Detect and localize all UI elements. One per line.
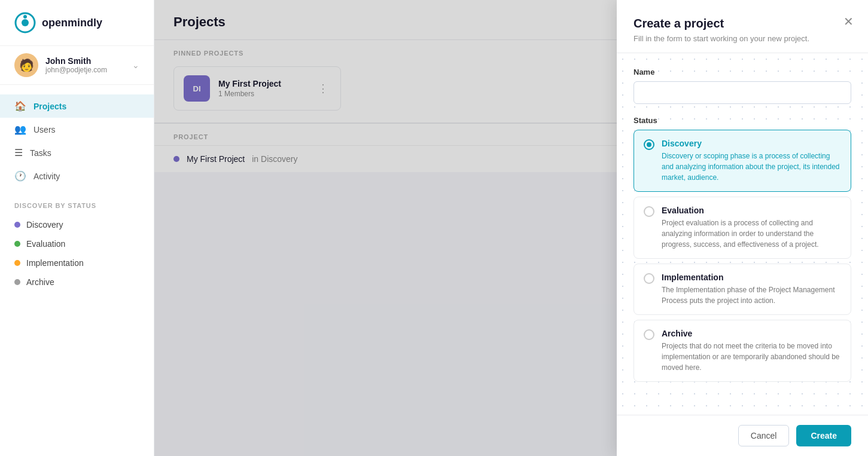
sidebar: openmindly 🧑 John Smith john@podjetje.co… [0, 0, 154, 456]
status-label: Status [634, 116, 851, 125]
implementation-dot [14, 260, 20, 266]
archive-label: Archive [26, 277, 54, 287]
radio-inner [647, 142, 651, 147]
radio-evaluation [644, 206, 654, 217]
status-item-archive[interactable]: Archive [14, 273, 139, 292]
status-option-archive[interactable]: Archive Projects that do not meet the cr… [634, 320, 851, 382]
radio-archive [644, 329, 654, 340]
sidebar-item-tasks[interactable]: ☰ Tasks [0, 141, 154, 164]
svg-point-2 [23, 15, 27, 19]
evaluation-title: Evaluation [662, 206, 841, 215]
nav-label-projects: Projects [33, 102, 66, 111]
logo-icon [14, 12, 36, 33]
status-options: Discovery Discovery or scoping phase is … [634, 130, 851, 382]
status-option-evaluation[interactable]: Evaluation Project evaluation is a proce… [634, 197, 851, 259]
archive-desc: Projects that do not meet the criteria t… [662, 341, 841, 373]
implementation-label: Implementation [26, 258, 84, 268]
sidebar-item-activity[interactable]: 🕐 Activity [0, 164, 154, 188]
evaluation-content: Evaluation Project evaluation is a proce… [662, 206, 841, 250]
sidebar-item-users[interactable]: 👥 Users [0, 118, 154, 141]
name-input[interactable] [634, 81, 851, 104]
radio-discovery [644, 139, 654, 150]
archive-title: Archive [662, 329, 841, 338]
discovery-desc: Discovery or scoping phase is a process … [662, 151, 841, 183]
implementation-title: Implementation [662, 273, 841, 282]
nav-label-activity: Activity [33, 172, 60, 181]
sidebar-item-projects[interactable]: 🏠 Projects [0, 94, 154, 118]
status-option-discovery[interactable]: Discovery Discovery or scoping phase is … [634, 130, 851, 192]
panel-body: Name Status Discovery Discovery or scopi… [617, 53, 868, 415]
status-item-implementation[interactable]: Implementation [14, 253, 139, 273]
archive-content: Archive Projects that do not meet the cr… [662, 329, 841, 373]
clock-icon: 🕐 [14, 170, 26, 182]
user-email: john@podjetje.com [45, 66, 125, 74]
nav-label-users: Users [33, 125, 56, 134]
sidebar-nav: 🏠 Projects 👥 Users ☰ Tasks 🕐 Activity [0, 90, 154, 192]
users-icon: 👥 [14, 124, 26, 135]
name-label: Name [634, 68, 851, 76]
close-button[interactable]: ✕ [843, 14, 854, 29]
implementation-content: Implementation The Implementation phase … [662, 273, 841, 306]
discovery-label: Discovery [26, 220, 63, 229]
chevron-down-icon[interactable]: ⌄ [132, 60, 139, 70]
discovery-title: Discovery [662, 139, 841, 148]
discover-title: DISCOVER BY STATUS [14, 202, 139, 209]
discover-by-status: DISCOVER BY STATUS Discovery Evaluation … [0, 192, 154, 296]
discovery-dot [14, 222, 20, 228]
cancel-button[interactable]: Cancel [738, 425, 790, 446]
create-project-panel: Create a project Fill in the form to sta… [617, 0, 868, 456]
tasks-icon: ☰ [14, 147, 23, 158]
user-info: John Smith john@podjetje.com [45, 56, 125, 74]
evaluation-dot [14, 241, 20, 247]
user-profile[interactable]: 🧑 John Smith john@podjetje.com ⌄ [0, 45, 154, 85]
panel-footer: Cancel Create [617, 415, 868, 456]
status-item-discovery[interactable]: Discovery [14, 215, 139, 234]
home-icon: 🏠 [14, 100, 26, 112]
nav-label-tasks: Tasks [30, 148, 51, 158]
radio-implementation [644, 273, 654, 284]
user-name: John Smith [45, 56, 125, 66]
status-option-implementation[interactable]: Implementation The Implementation phase … [634, 264, 851, 315]
sidebar-logo: openmindly [0, 0, 154, 45]
svg-point-1 [22, 19, 29, 26]
implementation-desc: The Implementation phase of the Project … [662, 284, 841, 306]
archive-dot [14, 279, 20, 285]
discovery-content: Discovery Discovery or scoping phase is … [662, 139, 841, 183]
evaluation-label: Evaluation [26, 239, 65, 249]
panel-subtitle: Fill in the form to start working on you… [634, 34, 851, 43]
avatar: 🧑 [14, 53, 38, 77]
evaluation-desc: Project evaluation is a process of colle… [662, 218, 841, 250]
app-name: openmindly [42, 17, 102, 29]
status-item-evaluation[interactable]: Evaluation [14, 234, 139, 253]
panel-title: Create a project [634, 17, 851, 30]
create-button[interactable]: Create [796, 425, 851, 446]
panel-header: Create a project Fill in the form to sta… [617, 0, 868, 53]
